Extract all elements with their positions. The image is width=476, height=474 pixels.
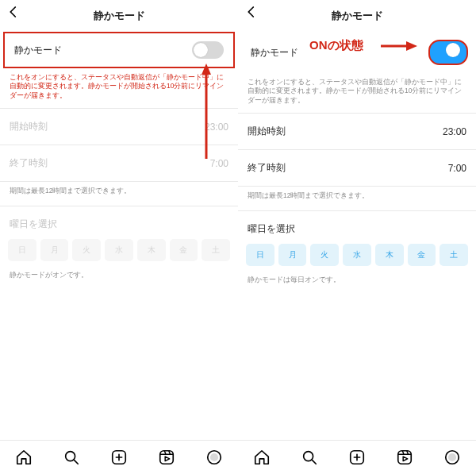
- plus-square-icon: [348, 449, 366, 466]
- home-icon: [15, 449, 33, 466]
- days-note: 静かモードがオンです。: [0, 269, 238, 280]
- annotation-arrow-right: [381, 40, 417, 52]
- svg-point-4: [210, 453, 218, 461]
- home-icon: [253, 449, 271, 466]
- pane-quiet-mode-off: 静かモード 静かモード これをオンにすると、ステータスや自動返信が「静かモード中…: [0, 0, 238, 474]
- day-chip[interactable]: 火: [72, 239, 101, 261]
- toggle-knob: [446, 43, 460, 57]
- tab-reels[interactable]: [396, 449, 413, 466]
- day-chip[interactable]: 火: [310, 244, 339, 266]
- day-chip[interactable]: 水: [105, 239, 133, 261]
- end-time-label: 終了時刻: [248, 161, 286, 175]
- end-time-value: 7:00: [448, 163, 466, 174]
- tab-create[interactable]: [110, 449, 128, 466]
- pane-quiet-mode-on: 静かモード 静かモード これをオンにすると、ステータスや自動返信が「静かモード中…: [238, 0, 476, 474]
- period-note: 期間は最長12時間まで選択できます。: [0, 182, 238, 206]
- day-chip[interactable]: 土: [440, 244, 468, 266]
- annotation-arrow-up: [200, 64, 213, 159]
- quiet-mode-toggle[interactable]: [428, 40, 468, 65]
- start-time-label: 開始時刻: [10, 120, 48, 133]
- reels-icon: [396, 449, 413, 466]
- quiet-mode-description: これをオンにすると、ステータスや自動返信が「静かモード中」に自動的に変更されます…: [238, 73, 476, 114]
- toggle-knob: [194, 43, 208, 57]
- day-chip[interactable]: 日: [8, 239, 36, 261]
- chevron-left-icon: [6, 5, 21, 19]
- back-button[interactable]: [6, 5, 21, 19]
- tab-search[interactable]: [63, 449, 80, 466]
- day-chip[interactable]: 月: [40, 239, 69, 261]
- day-chip[interactable]: 日: [246, 244, 274, 266]
- annotation-on-state-label: ONの状態: [309, 38, 363, 53]
- page-title: 静かモード: [94, 9, 145, 23]
- tab-profile[interactable]: [443, 449, 461, 466]
- period-note: 期間は最長12時間まで選択できます。: [238, 187, 476, 211]
- start-time-row[interactable]: 開始時刻 23:00: [238, 114, 476, 150]
- quiet-mode-toggle[interactable]: [192, 41, 224, 59]
- end-time-value: 7:00: [210, 158, 228, 169]
- days-row: 日 月 火 水 木 金 土: [0, 239, 238, 269]
- tab-bar: [238, 440, 476, 474]
- tab-search[interactable]: [301, 449, 318, 466]
- end-time-label: 終了時刻: [10, 156, 48, 170]
- tab-home[interactable]: [15, 449, 33, 466]
- day-chip[interactable]: 木: [375, 244, 404, 266]
- tab-reels[interactable]: [158, 449, 175, 466]
- profile-circle-icon: [205, 449, 223, 466]
- page-title: 静かモード: [332, 9, 383, 23]
- chevron-left-icon: [244, 5, 259, 19]
- svg-point-0: [66, 452, 75, 461]
- day-chip[interactable]: 金: [170, 239, 198, 261]
- header: 静かモード: [238, 0, 476, 29]
- days-row: 日 月 火 水 木 金 土: [238, 244, 476, 274]
- quiet-mode-label: 静かモード: [251, 46, 298, 60]
- start-time-label: 開始時刻: [248, 125, 286, 138]
- end-time-row[interactable]: 終了時刻 7:00: [238, 150, 476, 187]
- tab-profile[interactable]: [205, 449, 223, 466]
- quiet-mode-label: 静かモード: [14, 44, 62, 57]
- profile-circle-icon: [443, 449, 461, 466]
- days-note: 静かモードは毎日オンです。: [238, 274, 476, 285]
- search-icon: [301, 449, 318, 466]
- tab-bar: [0, 440, 238, 474]
- plus-square-icon: [110, 449, 128, 466]
- day-chip[interactable]: 月: [278, 244, 307, 266]
- days-section-title: 曜日を選択: [0, 206, 238, 239]
- tab-home[interactable]: [253, 449, 271, 466]
- day-chip[interactable]: 木: [137, 239, 166, 261]
- reels-icon: [158, 449, 175, 466]
- days-section-title: 曜日を選択: [238, 211, 476, 244]
- day-chip[interactable]: 金: [408, 244, 436, 266]
- day-chip[interactable]: 水: [343, 244, 371, 266]
- svg-point-9: [448, 453, 456, 461]
- back-button[interactable]: [244, 5, 259, 19]
- svg-point-5: [304, 452, 313, 461]
- header: 静かモード: [0, 0, 238, 29]
- day-chip[interactable]: 土: [202, 239, 230, 261]
- content: 静かモード これをオンにすると、ステータスや自動返信が「静かモード中」に自動的に…: [238, 29, 476, 440]
- tab-create[interactable]: [348, 449, 366, 466]
- start-time-value: 23:00: [443, 126, 466, 137]
- search-icon: [63, 449, 80, 466]
